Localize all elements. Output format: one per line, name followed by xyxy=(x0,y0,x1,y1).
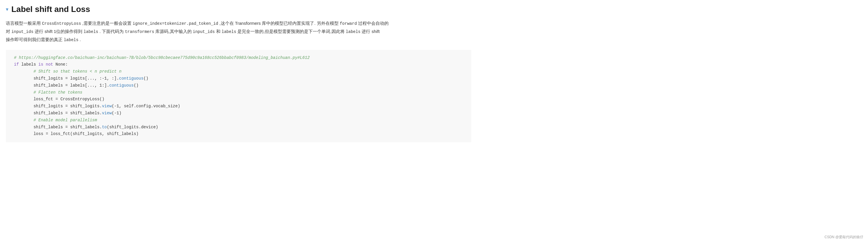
code-comment-shift: # Shift so that tokens < n predict n xyxy=(14,68,465,75)
code-line-to: shift_labels = shift_labels.to(shift_log… xyxy=(14,124,465,131)
collapse-icon[interactable]: ▾ xyxy=(6,6,8,12)
code-url-comment: # https://huggingface.co/baichuan-inc/ba… xyxy=(14,55,465,61)
code-line-if: if labels is not None: xyxy=(14,61,465,68)
code-line-loss-fct: loss_fct = CrossEntropyLoss() xyxy=(14,96,465,103)
code-line-view-logits: shift_logits = shift_logits.view(-1, sel… xyxy=(14,103,465,110)
code-line-shift-labels: shift_labels = labels[..., 1:].contiguou… xyxy=(14,82,465,89)
code-line-loss: loss = loss_fct(shift_logits, shift_labe… xyxy=(14,131,465,138)
code-line-view-labels: shift_labels = shift_labels.view(-1) xyxy=(14,110,465,117)
description-block: 语言模型一般采用 CrossEntropyLoss ,需要注意的是一般会设置 i… xyxy=(6,19,442,44)
code-line-shift-logits: shift_logits = logits[..., :-1, :].conti… xyxy=(14,75,465,82)
section-header: ▾ Label shift and Loss xyxy=(6,5,862,14)
desc-line-3: 操作即可得到我们需要的真正 labels . xyxy=(6,37,81,42)
footer: CSDN @爱敲代码的狼仔 xyxy=(825,235,863,240)
desc-line-1: 语言模型一般采用 CrossEntropyLoss ,需要注意的是一般会设置 i… xyxy=(6,21,389,26)
section-title: Label shift and Loss xyxy=(11,5,90,14)
desc-line-2: 对 input_ids 进行 shift 1位的操作得到 labels . 下面… xyxy=(6,29,380,34)
code-comment-flatten: # Flatten the tokens xyxy=(14,89,465,96)
code-comment-parallel: # Enable model parallelism xyxy=(14,117,465,124)
footer-text: CSDN @爱敲代码的狼仔 xyxy=(825,235,863,239)
code-block: # https://huggingface.co/baichuan-inc/ba… xyxy=(6,50,471,142)
